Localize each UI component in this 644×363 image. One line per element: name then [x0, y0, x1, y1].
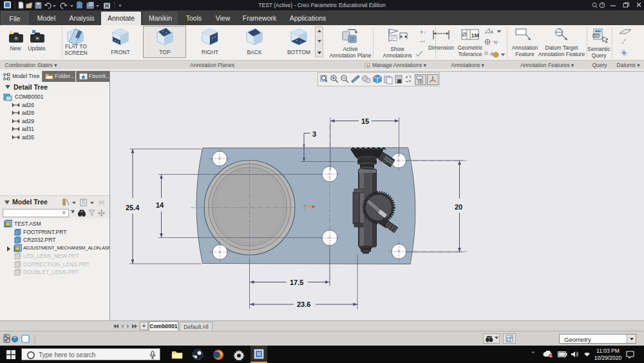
svg-text:3: 3: [312, 130, 316, 138]
svg-text:REF: REF: [594, 34, 599, 37]
svg-text:A: A: [490, 29, 494, 35]
svg-text:25.4: 25.4: [126, 204, 140, 211]
svg-text:-8: -8: [489, 51, 494, 57]
svg-text:23.6: 23.6: [297, 300, 310, 308]
svg-text:17.5: 17.5: [290, 279, 303, 286]
svg-text:15: 15: [361, 117, 369, 125]
svg-text:14: 14: [156, 201, 164, 209]
svg-text:20: 20: [455, 203, 462, 211]
svg-text:1M: 1M: [471, 32, 480, 39]
svg-text:³²⁄: ³²⁄: [493, 40, 498, 46]
